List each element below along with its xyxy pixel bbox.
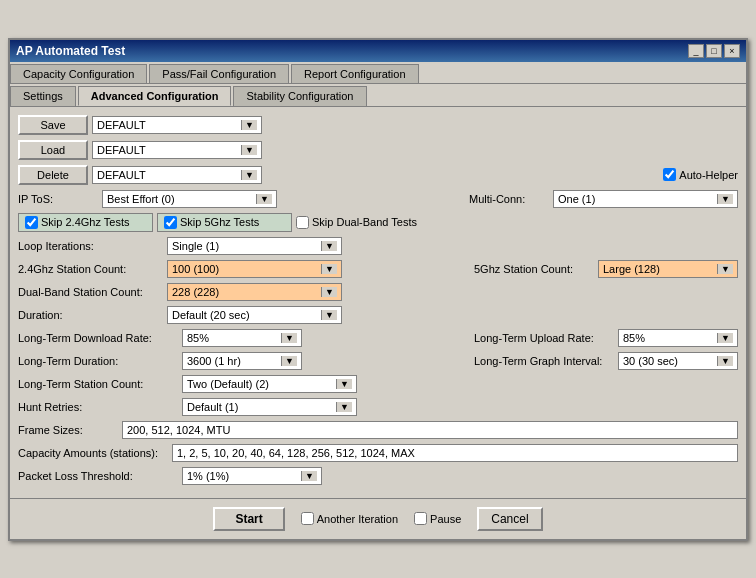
title-bar: AP Automated Test _ □ × bbox=[10, 40, 746, 62]
lt-download-label: Long-Term Download Rate: bbox=[18, 332, 178, 344]
lt-download-row: Long-Term Download Rate: 85% ▼ Long-Term… bbox=[18, 329, 738, 347]
skip-24-checkbox[interactable] bbox=[25, 216, 38, 229]
load-row: Load DEFAULT ▼ bbox=[18, 140, 738, 160]
auto-helper-checkbox[interactable] bbox=[663, 168, 676, 181]
auto-helper-label[interactable]: Auto-Helper bbox=[663, 168, 738, 181]
station-24-label: 2.4Ghz Station Count: bbox=[18, 263, 163, 275]
capacity-amounts-input[interactable]: 1, 2, 5, 10, 20, 40, 64, 128, 256, 512, … bbox=[172, 444, 738, 462]
multi-conn-label: Multi-Conn: bbox=[469, 193, 549, 205]
load-dropdown-arrow: ▼ bbox=[241, 145, 257, 155]
ip-tos-dropdown[interactable]: Best Effort (0) ▼ bbox=[102, 190, 277, 208]
loop-iter-arrow: ▼ bbox=[321, 241, 337, 251]
lt-upload-dropdown[interactable]: 85% ▼ bbox=[618, 329, 738, 347]
start-button[interactable]: Start bbox=[213, 507, 284, 531]
pause-label[interactable]: Pause bbox=[414, 512, 461, 525]
lt-graph-dropdown[interactable]: 30 (30 sec) ▼ bbox=[618, 352, 738, 370]
lt-graph-arrow: ▼ bbox=[717, 356, 733, 366]
frame-sizes-row: Frame Sizes: 200, 512, 1024, MTU bbox=[18, 421, 738, 439]
skip-row: Skip 2.4Ghz Tests Skip 5Ghz Tests Skip D… bbox=[18, 213, 738, 232]
cancel-button[interactable]: Cancel bbox=[477, 507, 542, 531]
lt-duration-dropdown[interactable]: 3600 (1 hr) ▼ bbox=[182, 352, 302, 370]
frame-sizes-label: Frame Sizes: bbox=[18, 424, 118, 436]
dual-band-count-dropdown[interactable]: 228 (228) ▼ bbox=[167, 283, 342, 301]
tabs-row2: Settings Advanced Configuration Stabilit… bbox=[10, 84, 746, 107]
station-24-dropdown[interactable]: 100 (100) ▼ bbox=[167, 260, 342, 278]
hunt-retries-arrow: ▼ bbox=[336, 402, 352, 412]
multi-conn-dropdown[interactable]: One (1) ▼ bbox=[553, 190, 738, 208]
window-title: AP Automated Test bbox=[16, 44, 125, 58]
lt-station-row: Long-Term Station Count: Two (Default) (… bbox=[18, 375, 738, 393]
station-5-label: 5Ghz Station Count: bbox=[474, 263, 594, 275]
tab-capacity-configuration[interactable]: Capacity Configuration bbox=[10, 64, 147, 83]
dual-band-count-label: Dual-Band Station Count: bbox=[18, 286, 163, 298]
save-dropdown[interactable]: DEFAULT ▼ bbox=[92, 116, 262, 134]
window-controls: _ □ × bbox=[688, 44, 740, 58]
lt-download-arrow: ▼ bbox=[281, 333, 297, 343]
load-dropdown[interactable]: DEFAULT ▼ bbox=[92, 141, 262, 159]
lt-station-dropdown[interactable]: Two (Default) (2) ▼ bbox=[182, 375, 357, 393]
hunt-retries-label: Hunt Retries: bbox=[18, 401, 178, 413]
skip-24-label[interactable]: Skip 2.4Ghz Tests bbox=[18, 213, 153, 232]
packet-loss-dropdown[interactable]: 1% (1%) ▼ bbox=[182, 467, 322, 485]
pause-checkbox[interactable] bbox=[414, 512, 427, 525]
multi-conn-arrow: ▼ bbox=[717, 194, 733, 204]
skip-5-checkbox[interactable] bbox=[164, 216, 177, 229]
tab-settings[interactable]: Settings bbox=[10, 86, 76, 106]
delete-dropdown[interactable]: DEFAULT ▼ bbox=[92, 166, 262, 184]
delete-dropdown-arrow: ▼ bbox=[241, 170, 257, 180]
main-window: AP Automated Test _ □ × Capacity Configu… bbox=[8, 38, 748, 541]
duration-label: Duration: bbox=[18, 309, 163, 321]
ip-tos-arrow: ▼ bbox=[256, 194, 272, 204]
another-iteration-checkbox[interactable] bbox=[301, 512, 314, 525]
close-button[interactable]: × bbox=[724, 44, 740, 58]
save-button[interactable]: Save bbox=[18, 115, 88, 135]
tab-passfail-configuration[interactable]: Pass/Fail Configuration bbox=[149, 64, 289, 83]
loop-iter-label: Loop Iterations: bbox=[18, 240, 163, 252]
tab-advanced-configuration[interactable]: Advanced Configuration bbox=[78, 86, 232, 106]
ip-tos-label: IP ToS: bbox=[18, 193, 98, 205]
save-dropdown-arrow: ▼ bbox=[241, 120, 257, 130]
skip-dual-checkbox[interactable] bbox=[296, 216, 309, 229]
delete-row: Delete DEFAULT ▼ Auto-Helper bbox=[18, 165, 738, 185]
load-button[interactable]: Load bbox=[18, 140, 88, 160]
loop-iter-row: Loop Iterations: Single (1) ▼ bbox=[18, 237, 738, 255]
packet-loss-arrow: ▼ bbox=[301, 471, 317, 481]
packet-loss-row: Packet Loss Threshold: 1% (1%) ▼ bbox=[18, 467, 738, 485]
frame-sizes-input[interactable]: 200, 512, 1024, MTU bbox=[122, 421, 738, 439]
lt-download-dropdown[interactable]: 85% ▼ bbox=[182, 329, 302, 347]
hunt-retries-dropdown[interactable]: Default (1) ▼ bbox=[182, 398, 357, 416]
duration-row: Duration: Default (20 sec) ▼ bbox=[18, 306, 738, 324]
station-5-dropdown[interactable]: Large (128) ▼ bbox=[598, 260, 738, 278]
lt-station-arrow: ▼ bbox=[336, 379, 352, 389]
lt-graph-label: Long-Term Graph Interval: bbox=[474, 355, 614, 367]
tab-stability-configuration[interactable]: Stability Configuration bbox=[233, 86, 366, 106]
lt-upload-arrow: ▼ bbox=[717, 333, 733, 343]
capacity-amounts-row: Capacity Amounts (stations): 1, 2, 5, 10… bbox=[18, 444, 738, 462]
loop-iter-dropdown[interactable]: Single (1) ▼ bbox=[167, 237, 342, 255]
delete-button[interactable]: Delete bbox=[18, 165, 88, 185]
lt-duration-label: Long-Term Duration: bbox=[18, 355, 178, 367]
station-count-row: 2.4Ghz Station Count: 100 (100) ▼ 5Ghz S… bbox=[18, 260, 738, 278]
lt-station-label: Long-Term Station Count: bbox=[18, 378, 178, 390]
lt-upload-label: Long-Term Upload Rate: bbox=[474, 332, 614, 344]
ip-tos-row: IP ToS: Best Effort (0) ▼ Multi-Conn: On… bbox=[18, 190, 738, 208]
lt-duration-arrow: ▼ bbox=[281, 356, 297, 366]
skip-5-label[interactable]: Skip 5Ghz Tests bbox=[157, 213, 292, 232]
station-24-arrow: ▼ bbox=[321, 264, 337, 274]
skip-dual-label[interactable]: Skip Dual-Band Tests bbox=[296, 216, 417, 229]
station-5-arrow: ▼ bbox=[717, 264, 733, 274]
lt-duration-row: Long-Term Duration: 3600 (1 hr) ▼ Long-T… bbox=[18, 352, 738, 370]
bottom-bar: Start Another Iteration Pause Cancel bbox=[10, 498, 746, 539]
tab-report-configuration[interactable]: Report Configuration bbox=[291, 64, 419, 83]
tabs-row1: Capacity Configuration Pass/Fail Configu… bbox=[10, 62, 746, 84]
another-iteration-label[interactable]: Another Iteration bbox=[301, 512, 398, 525]
capacity-amounts-label: Capacity Amounts (stations): bbox=[18, 447, 168, 459]
save-row: Save DEFAULT ▼ bbox=[18, 115, 738, 135]
hunt-retries-row: Hunt Retries: Default (1) ▼ bbox=[18, 398, 738, 416]
duration-dropdown[interactable]: Default (20 sec) ▼ bbox=[167, 306, 342, 324]
duration-arrow: ▼ bbox=[321, 310, 337, 320]
maximize-button[interactable]: □ bbox=[706, 44, 722, 58]
content-area: Save DEFAULT ▼ Load DEFAULT ▼ Delete DEF… bbox=[10, 107, 746, 498]
dual-band-count-row: Dual-Band Station Count: 228 (228) ▼ bbox=[18, 283, 738, 301]
minimize-button[interactable]: _ bbox=[688, 44, 704, 58]
